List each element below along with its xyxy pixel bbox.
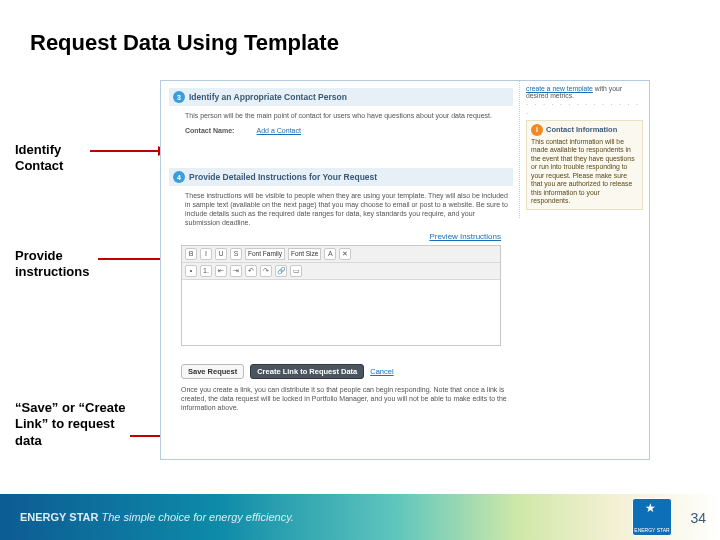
rte-textarea[interactable]: [182, 280, 500, 345]
callout-provide: Provide instructions: [15, 248, 89, 281]
page-title: Request Data Using Template: [30, 30, 339, 56]
step-4-header: 4 Provide Detailed Instructions for Your…: [169, 168, 513, 186]
app-screenshot: 3 Identify an Appropriate Contact Person…: [160, 80, 650, 460]
step-3-help: This person will be the main point of co…: [169, 109, 513, 124]
arrow-icon: [90, 150, 160, 152]
step-4-title: Provide Detailed Instructions for Your R…: [189, 172, 377, 182]
info-icon: i: [531, 124, 543, 136]
callout-identify: Identify Contact: [15, 142, 63, 175]
cancel-link[interactable]: Cancel: [370, 367, 393, 376]
rte-toolbar-2: • 1. ⇤ ⇥ ↶ ↷ 🔗 ▭: [182, 263, 500, 280]
step-3-header: 3 Identify an Appropriate Contact Person: [169, 88, 513, 106]
footer-tagline: ENERGY STAR The simple choice for energy…: [20, 511, 294, 523]
card-body: This contact information will be made av…: [531, 138, 638, 206]
step-badge-icon: 4: [173, 171, 185, 183]
font-size-select[interactable]: Font Size: [288, 248, 321, 260]
step-4-help: These instructions will be visible to pe…: [169, 189, 513, 231]
ol-button[interactable]: 1.: [200, 265, 212, 277]
image-button[interactable]: ▭: [290, 265, 302, 277]
link-button[interactable]: 🔗: [275, 265, 287, 277]
rich-text-editor: B I U S Font Family Font Size A ✕ • 1. ⇤…: [181, 245, 501, 346]
rte-toolbar: B I U S Font Family Font Size A ✕: [182, 246, 500, 263]
undo-button[interactable]: ↶: [245, 265, 257, 277]
font-family-select[interactable]: Font Family: [245, 248, 285, 260]
add-contact-link[interactable]: Add a Contact: [257, 127, 301, 134]
energy-star-logo: ENERGY STAR: [632, 498, 672, 536]
italic-button[interactable]: I: [200, 248, 212, 260]
save-request-button[interactable]: Save Request: [181, 364, 244, 379]
post-button-note: Once you create a link, you can distribu…: [169, 383, 513, 416]
slide-footer: ENERGY STAR The simple choice for energy…: [0, 494, 720, 540]
clear-button[interactable]: ✕: [339, 248, 351, 260]
preview-instructions-link[interactable]: Preview Instructions: [429, 232, 501, 241]
contact-info-card: i Contact Information This contact infor…: [526, 120, 643, 210]
bold-button[interactable]: B: [185, 248, 197, 260]
step-badge-icon: 3: [173, 91, 185, 103]
card-title: Contact Information: [546, 125, 617, 134]
outdent-button[interactable]: ⇤: [215, 265, 227, 277]
underline-button[interactable]: U: [215, 248, 227, 260]
indent-button[interactable]: ⇥: [230, 265, 242, 277]
strike-button[interactable]: S: [230, 248, 242, 260]
step-3-title: Identify an Appropriate Contact Person: [189, 92, 347, 102]
side-top-text: create a new template with your desired …: [526, 85, 643, 99]
create-link-button[interactable]: Create Link to Request Data: [250, 364, 364, 379]
callout-save: “Save” or “Create Link” to request data: [15, 400, 130, 449]
redo-button[interactable]: ↷: [260, 265, 272, 277]
divider-dots: · · · · · · · · · · · · · · ·: [526, 100, 643, 118]
color-button[interactable]: A: [324, 248, 336, 260]
ul-button[interactable]: •: [185, 265, 197, 277]
contact-label: Contact Name:: [185, 126, 255, 135]
page-number: 34: [690, 510, 706, 526]
